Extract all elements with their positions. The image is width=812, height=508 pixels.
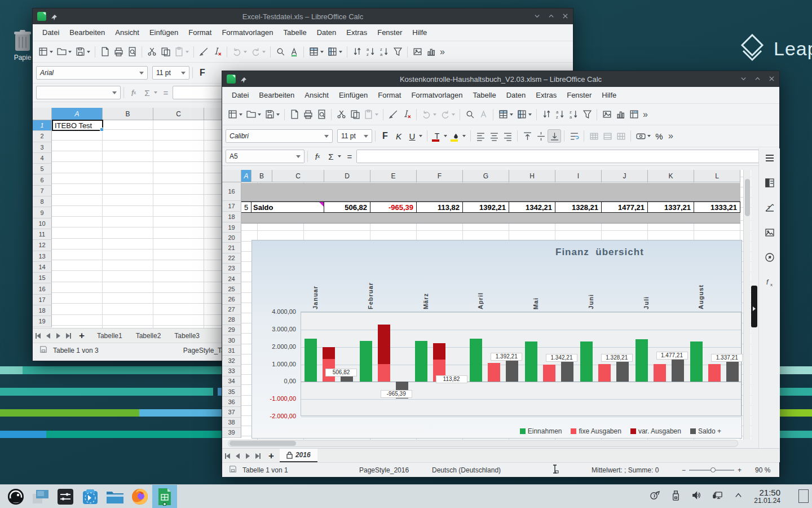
font-size-combo[interactable]: 11 pt [152,66,189,80]
menu-item[interactable]: Fenster [562,87,597,103]
open-icon[interactable] [244,108,258,121]
copy-icon[interactable] [158,45,172,59]
font-color-button[interactable]: T [430,129,444,143]
align-left-icon[interactable] [474,129,487,143]
dolphin-file-manager[interactable] [103,485,127,508]
find-replace-icon[interactable] [273,45,287,59]
undo-icon[interactable] [420,108,433,121]
menu-item[interactable]: Tabelle [467,87,501,103]
bold-button[interactable]: F [196,66,209,80]
row-header[interactable]: 6 [33,174,52,185]
sidebar-hide-handle[interactable] [751,286,757,327]
column-header[interactable]: J [602,170,648,182]
menu-item[interactable]: Ansicht [110,25,144,41]
copy-icon[interactable] [348,108,361,121]
open-icon[interactable] [55,45,68,59]
row-header[interactable]: 17 [222,201,241,212]
insert-image-icon[interactable] [600,108,614,121]
task-libreoffice-calc[interactable] [152,485,177,508]
cut-icon[interactable] [145,45,158,59]
sort-ascending-icon[interactable]: az [553,108,567,121]
page-style[interactable]: PageStyle_2016 [359,466,409,474]
zoom-out-button[interactable]: − [682,466,686,474]
menu-item[interactable]: Hilfe [407,25,432,41]
sheet-tab-2016[interactable]: 2016 [280,449,317,463]
menu-item[interactable]: Formatvorlagen [406,87,467,103]
valign-bottom-icon[interactable] [548,129,561,143]
menu-item[interactable]: Bearbeiten [64,25,110,41]
column-header[interactable]: D [324,170,370,182]
highlight-color-button[interactable] [449,129,462,143]
menu-item[interactable]: Formatvorlagen [217,25,278,41]
align-right-icon[interactable] [501,129,514,143]
unmerge-cells-icon[interactable] [614,129,628,143]
row-header[interactable]: 29 [222,325,241,335]
sidebar-menu-icon[interactable] [765,153,775,165]
row-header[interactable]: 36 [222,397,241,407]
row-header[interactable]: 12 [33,240,52,251]
zoom-in-button[interactable]: + [738,466,742,474]
sidebar-functions-icon[interactable]: fx [765,277,775,290]
redo-icon[interactable] [249,45,262,59]
insert-image-icon[interactable] [411,45,424,59]
sidebar-properties-icon[interactable] [765,178,775,190]
clear-formatting-icon[interactable] [400,108,413,121]
share-tray-icon[interactable] [650,490,660,503]
function-wizard-icon[interactable]: fx [311,150,324,163]
first-sheet-button[interactable] [222,451,232,461]
sort-icon[interactable] [350,45,364,59]
menu-item[interactable]: Daten [312,25,342,41]
saldo-value-cell[interactable]: 113,82 [417,202,463,212]
system-settings[interactable] [53,485,78,508]
zoom-slider[interactable]: − + [682,466,742,474]
saldo-value-cell[interactable]: 1477,21 [602,202,648,212]
column-header[interactable]: C [272,170,324,182]
font-size-combo[interactable]: 11 pt [337,129,372,143]
valign-top-icon[interactable] [520,129,534,143]
insert-chart-icon[interactable] [424,45,438,59]
name-box[interactable] [36,86,121,99]
toolbar-overflow[interactable]: » [440,47,445,57]
volume-tray-icon[interactable] [691,490,702,503]
vertical-scrollbar[interactable] [743,170,751,440]
saldo-value-cell[interactable]: 1328,21 [555,202,602,212]
export-pdf-icon[interactable] [288,108,301,121]
paste-icon[interactable] [361,108,375,121]
print-preview-icon[interactable] [315,108,328,121]
pin-icon[interactable] [240,76,247,82]
chart-object[interactable]: Finanz übersicht 4.000,003.000,002.000,0… [251,240,742,439]
gray-row-18[interactable] [241,213,740,224]
row-header[interactable]: 9 [33,207,52,218]
row-header[interactable]: 16 [33,283,52,294]
discover-software-center[interactable] [78,485,103,508]
row-header[interactable]: 18 [222,212,241,222]
row-header[interactable]: 27 [222,305,241,315]
row-header[interactable]: 30 [222,335,241,345]
add-sheet-button[interactable]: + [263,450,280,462]
application-launcher[interactable] [3,485,28,508]
name-box[interactable]: A5 [226,150,304,163]
menu-item[interactable]: Bearbeiten [254,87,299,103]
last-sheet-button[interactable] [63,331,73,341]
first-sheet-button[interactable] [33,331,43,341]
export-pdf-icon[interactable] [98,45,112,59]
menu-item[interactable]: Daten [501,87,531,103]
underline-button[interactable]: U [405,129,419,143]
row-header[interactable]: 3 [33,142,52,153]
sort-ascending-icon[interactable]: az [364,45,377,59]
row-header[interactable]: 31 [222,345,241,356]
equals-icon[interactable]: = [159,86,173,99]
menu-item[interactable]: Tabelle [278,25,311,41]
print-icon[interactable] [112,45,125,59]
back-select-all-corner[interactable] [33,108,52,120]
network-tray-icon[interactable] [712,490,723,503]
sheet-tab[interactable]: Tabelle3 [167,329,206,343]
row-header[interactable]: 13 [33,251,52,262]
percent-format-icon[interactable]: % [652,129,666,143]
toolbar-overflow[interactable]: » [643,110,648,120]
next-sheet-button[interactable] [242,451,253,461]
sort-descending-icon[interactable]: za [377,45,391,59]
menu-item[interactable]: Format [183,25,217,41]
minimize-button[interactable] [534,11,540,21]
sum-icon[interactable]: Σ [140,86,154,99]
